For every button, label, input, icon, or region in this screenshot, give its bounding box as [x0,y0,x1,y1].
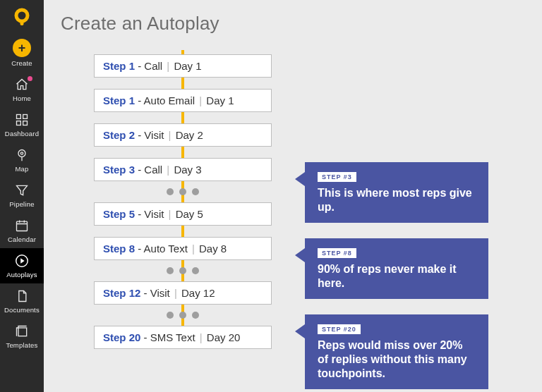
sidebar-item-label: Map [15,165,28,173]
sidebar-item-create[interactable]: + Create [0,34,44,72]
step-number: Step 2 [103,129,135,141]
callout-tag: STEP #3 [318,172,356,182]
step-day: Day 20 [207,331,241,343]
sidebar-item-label: Dashboard [5,130,39,137]
calendar-icon [14,218,30,233]
callout-column: STEP #3 This is where most reps give up.… [305,0,542,392]
callout-body: This is where most reps give up. [318,186,476,214]
sidebar-item-label: Pipeline [9,200,34,208]
step-day: Day 2 [176,129,203,141]
sidebar-item-label: Home [13,94,31,102]
step-action: Auto Email [144,94,195,106]
main-area: Create an Autoplay Step 1 - Call | Day 1… [44,0,542,392]
step-action: Visit [144,208,164,220]
sidebar-item-calendar[interactable]: Calendar [0,213,44,248]
sidebar-item-home[interactable]: Home [0,72,44,107]
step-action: Call [144,60,162,72]
step-day: Day 1 [174,60,201,72]
step-action: SMS Text [150,331,195,343]
ellipsis-gap-icon [61,312,305,319]
step-card[interactable]: Step 1 - Auto Email | Day 1 [94,89,272,112]
sidebar-item-label: Calendar [8,235,36,243]
ellipsis-gap-icon [61,188,305,195]
step-number: Step 3 [103,164,135,176]
sidebar-item-label: Create [11,59,32,67]
sidebar-item-label: Templates [6,341,37,349]
sidebar-item-dashboard[interactable]: Dashboard [0,107,44,142]
step-number: Step 1 [103,60,135,72]
svg-rect-1 [20,20,24,25]
svg-point-6 [18,150,25,157]
step-card[interactable]: Step 20 - SMS Text | Day 20 [94,326,272,349]
step-number: Step 8 [103,243,135,255]
step-card[interactable]: Step 5 - Visit | Day 5 [94,202,272,226]
svg-rect-10 [18,328,27,336]
step-card[interactable]: Step 1 - Call | Day 1 [94,54,272,78]
svg-rect-3 [23,115,28,119]
content-column: Create an Autoplay Step 1 - Call | Day 1… [44,0,305,392]
svg-rect-5 [23,121,28,125]
svg-rect-8 [17,221,28,231]
callout-card: STEP #8 90% of reps never make it here. [305,238,488,299]
plus-circle-icon: + [13,39,31,57]
step-action: Call [144,164,162,176]
app-root: + Create Home Dashboard Map [0,0,542,392]
callout-body: Reps would miss over 20% of replies with… [318,338,476,381]
callout-tag: STEP #20 [318,324,361,334]
step-card[interactable]: Step 12 - Visit | Day 12 [94,281,272,305]
step-day: Day 3 [174,164,201,176]
step-action: Visit [150,287,170,299]
svg-point-0 [16,10,28,21]
step-action: Auto Text [144,243,188,255]
sidebar-item-pipeline[interactable]: Pipeline [0,178,44,213]
sidebar-item-documents[interactable]: Documents [0,283,44,319]
sidebar-item-label: Documents [4,306,40,314]
step-day: Day 1 [206,94,234,106]
step-number: Step 5 [103,208,135,220]
step-card[interactable]: Step 3 - Call | Day 3 [94,158,272,181]
sidebar-item-templates[interactable]: Templates [0,319,44,354]
autoplay-icon [14,253,30,269]
document-icon [14,288,30,304]
step-number: Step 20 [103,331,140,343]
templates-icon [14,324,30,339]
sidebar-item-map[interactable]: Map [0,142,44,178]
ellipsis-gap-icon [61,267,305,274]
funnel-icon [14,183,30,198]
step-day: Day 8 [199,243,227,255]
step-day: Day 5 [176,208,203,220]
brand-logo-icon [12,7,32,27]
sidebar: + Create Home Dashboard Map [0,0,44,392]
callout-body: 90% of reps never make it here. [318,262,476,290]
steps-timeline: Step 1 - Call | Day 1 Step 1 - Auto Emai… [61,50,305,349]
step-day: Day 12 [181,287,215,299]
step-action: Visit [144,129,164,141]
callout-card: STEP #20 Reps would miss over 20% of rep… [305,314,488,389]
svg-rect-4 [17,121,21,125]
grid-icon [14,112,30,128]
svg-point-7 [20,152,23,154]
step-card[interactable]: Step 8 - Auto Text | Day 8 [94,237,272,260]
step-number: Step 1 [103,94,135,106]
step-card[interactable]: Step 2 - Visit | Day 2 [94,123,272,147]
callout-tag: STEP #8 [318,248,356,258]
step-number: Step 12 [103,287,140,299]
page-title: Create an Autoplay [61,13,305,35]
svg-rect-2 [17,115,21,119]
callout-card: STEP #3 This is where most reps give up. [305,162,488,223]
pin-icon [14,147,30,163]
sidebar-item-autoplays[interactable]: Autoplays [0,248,44,283]
notification-dot-icon [28,76,32,81]
sidebar-item-label: Autoplays [6,271,37,278]
